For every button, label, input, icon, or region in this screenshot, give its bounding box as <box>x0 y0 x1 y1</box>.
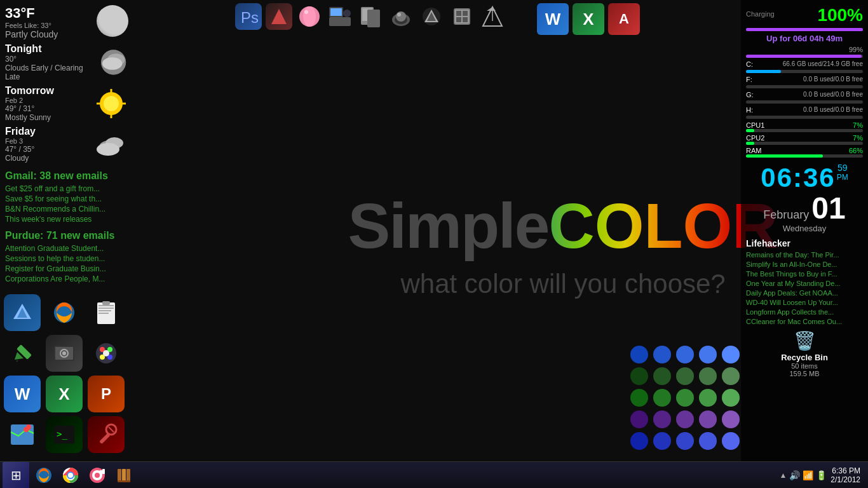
feed-item-6[interactable]: WD-40 Will Loosen Up Your... <box>746 299 863 306</box>
screenshot-icon[interactable] <box>46 335 83 372</box>
feed-item-2[interactable]: Simplify Is an All-In-One De... <box>746 261 863 268</box>
wallpaper-text: Simple COLOR what color will you choose? <box>348 189 778 299</box>
taskbar-firefox[interactable] <box>32 463 56 487</box>
color-dot <box>699 389 717 407</box>
drive-label: C: <box>746 60 753 68</box>
firefox-icon[interactable] <box>46 294 83 331</box>
svg-point-30 <box>102 57 122 70</box>
tray-arrow[interactable]: ▲ <box>779 471 787 480</box>
gmail-item-4[interactable]: This week's new releases <box>5 215 128 224</box>
ram-pct: 66% <box>849 147 863 154</box>
taskbar-itunes[interactable] <box>85 463 109 487</box>
pen-icon[interactable] <box>4 335 41 372</box>
svg-point-62 <box>103 350 109 356</box>
sys-tray: ▲ 🔊 📶 🔋 <box>779 470 827 480</box>
friday-temp: 47° / 35° <box>5 145 36 154</box>
palette-icon[interactable] <box>88 335 125 372</box>
terminal-icon[interactable]: >_ <box>46 416 83 453</box>
feed-item-4[interactable]: One Year at My Standing De... <box>746 280 863 287</box>
app-icon-9[interactable] <box>479 3 506 30</box>
excel-desktop-icon[interactable]: X <box>46 376 83 412</box>
svg-rect-22 <box>463 11 468 16</box>
feed-item-7[interactable]: Longform App Collects the... <box>746 308 863 316</box>
cpu2-label: CPU2 <box>746 134 764 142</box>
word-desktop-icon[interactable]: W <box>4 376 41 412</box>
feed-item-3[interactable]: The Best Things to Buy in F... <box>746 270 863 278</box>
app-icon-6[interactable] <box>388 3 414 30</box>
clock-ampm: PM <box>837 173 848 182</box>
desktop: Simple COLOR what color will you choose?… <box>0 0 868 488</box>
svg-rect-6 <box>330 8 342 16</box>
app-icon-7[interactable] <box>418 3 445 30</box>
drive-label: G: <box>746 91 754 98</box>
purdue-item-2[interactable]: Sessions to help the studen... <box>5 254 128 263</box>
app-icon-8[interactable] <box>449 3 475 30</box>
color-dot <box>722 410 740 428</box>
color-dot <box>722 346 740 363</box>
svg-rect-82 <box>118 480 130 482</box>
tomorrow-desc: Mostly Sunny <box>5 113 54 122</box>
feed-item-5[interactable]: Daily App Deals: Get NOAA... <box>746 289 863 297</box>
app-icon-2[interactable] <box>266 3 292 30</box>
clock-area: 06:36 59 PM February 01 Wednesday <box>746 163 863 233</box>
moon-icon <box>97 5 128 37</box>
color-dot <box>676 367 694 385</box>
notepad-icon[interactable] <box>88 294 125 331</box>
svg-point-3 <box>303 6 316 27</box>
access-icon[interactable]: A <box>608 3 640 35</box>
feed-item-1[interactable]: Remains of the Day: The Pir... <box>746 251 863 259</box>
color-dot <box>699 346 717 363</box>
memory-pct-label: 99% <box>746 46 863 53</box>
svg-point-76 <box>95 473 100 478</box>
svg-rect-45 <box>98 305 114 306</box>
svg-marker-27 <box>487 7 496 11</box>
lifehacker-title: Lifehacker <box>746 238 863 248</box>
maps-icon[interactable] <box>4 416 41 453</box>
color-dot <box>699 432 717 450</box>
word-icon[interactable]: W <box>537 3 569 35</box>
cpu1-label: CPU1 <box>746 121 764 129</box>
left-sidebar: 33°F Feels Like: 33° Partly Cloudy Tonig… <box>0 0 133 290</box>
purdue-item-4[interactable]: Corporations Are People, M... <box>5 274 128 283</box>
cpu2-pct: 7% <box>853 134 863 142</box>
color-dot <box>722 389 740 407</box>
app-icon-4[interactable] <box>327 3 353 30</box>
drive-row-3: H: 0.0 B used/0.0 B free <box>746 106 863 119</box>
recycle-bin[interactable]: 🗑️ Recycle Bin 50 items 159.5 MB <box>746 330 863 377</box>
excel-icon[interactable]: X <box>573 3 604 35</box>
purdue-item-1[interactable]: Attention Graduate Student... <box>5 244 128 253</box>
svg-rect-49 <box>102 301 110 305</box>
svg-text:>_: >_ <box>57 429 67 440</box>
recycle-bin-items: 50 items <box>746 362 863 370</box>
feed-item-8[interactable]: CCleaner for Mac Comes Ou... <box>746 318 863 325</box>
app-icon-5[interactable] <box>357 3 384 30</box>
lifehacker-section: Lifehacker Remains of the Day: The Pir..… <box>746 238 863 325</box>
purdue-section: Purdue: 71 new emails Attention Graduate… <box>5 230 128 283</box>
gmail-item-2[interactable]: Save $5 for seeing what th... <box>5 194 128 203</box>
color-dot <box>630 367 648 385</box>
photoshop-icon[interactable]: Ps <box>235 3 262 30</box>
uptime: Up for 06d 04h 49m <box>746 34 863 43</box>
purdue-header: Purdue: 71 new emails <box>5 230 128 241</box>
svg-point-32 <box>104 96 119 111</box>
powerpoint-icon[interactable]: P <box>88 376 125 412</box>
gmail-item-3[interactable]: B&N Recommends a Chillin... <box>5 205 128 214</box>
purdue-item-3[interactable]: Register for Graduate Busin... <box>5 264 128 273</box>
start-button[interactable]: ⊞ <box>3 462 29 489</box>
svg-point-43 <box>60 309 68 316</box>
svg-point-39 <box>97 143 119 156</box>
color-dot <box>653 389 671 407</box>
gmail-item-1[interactable]: Get $25 off and a gift from... <box>5 184 128 193</box>
svg-line-68 <box>109 427 114 432</box>
app-icon-3[interactable] <box>296 3 323 30</box>
sketchup-icon[interactable] <box>4 294 41 331</box>
battery-bar <box>746 28 863 31</box>
memory-bar-row: 99% <box>746 46 863 58</box>
tools-icon[interactable] <box>88 416 125 453</box>
svg-rect-78 <box>102 469 105 474</box>
tray-network-icon: 🔊 <box>789 470 800 480</box>
svg-rect-7 <box>329 17 351 26</box>
taskbar-chrome[interactable] <box>58 463 83 487</box>
taskbar-books[interactable] <box>112 463 136 487</box>
tomorrow-date: Feb 2 <box>5 97 54 104</box>
